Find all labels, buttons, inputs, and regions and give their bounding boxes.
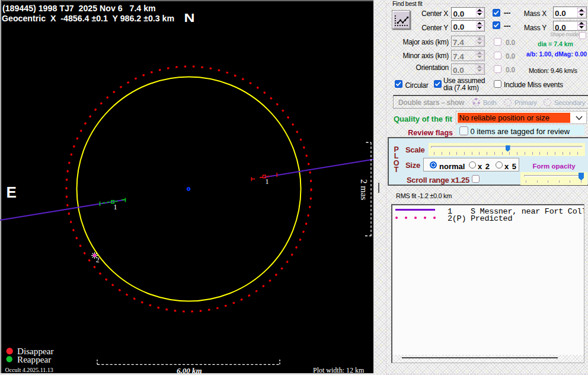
svg-text:(189445) 1998 TJ7 2025 Nov 6: (189445) 1998 TJ7 2025 Nov 6 7.4 km (2, 4, 156, 13)
svg-text:Occult 4.2025.11.13: Occult 4.2025.11.13 (5, 367, 53, 373)
svg-text:Geocentric X -4856.4 ±0.1 Y: Geocentric X -4856.4 ±0.1 Y 986.2 ±0.3 k… (2, 14, 174, 23)
svg-text:2 mas: 2 mas (359, 179, 369, 201)
svg-text:Reappear: Reappear (17, 354, 51, 364)
svg-text:E: E (7, 183, 17, 201)
svg-text:6.00 km: 6.00 km (177, 366, 202, 375)
svg-text:2: 2 (96, 256, 100, 264)
svg-text:1: 1 (114, 203, 117, 211)
svg-text:1: 1 (266, 177, 269, 186)
svg-text:N: N (184, 11, 195, 24)
svg-text:Plot width: 12 km: Plot width: 12 km (313, 366, 365, 374)
